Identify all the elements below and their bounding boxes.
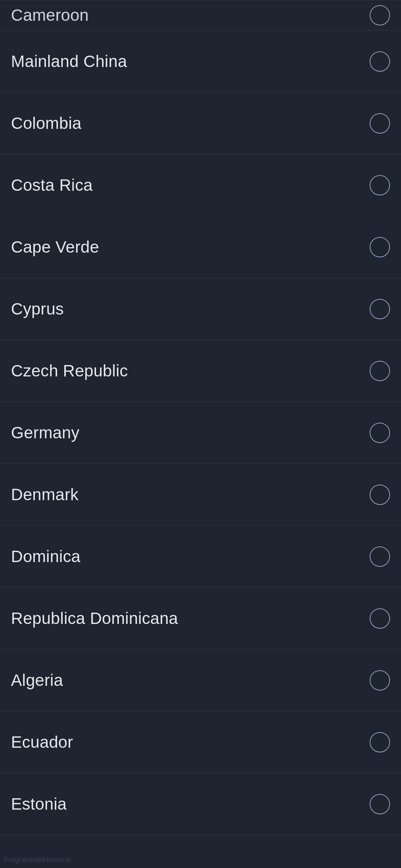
- list-item-colombia[interactable]: Colombia: [0, 92, 401, 154]
- list-item-estonia[interactable]: Estonia: [0, 773, 401, 835]
- country-label-cape-verde: Cape Verde: [11, 238, 99, 257]
- list-item-algeria[interactable]: Algeria: [0, 649, 401, 711]
- radio-cameroon[interactable]: [370, 5, 390, 25]
- radio-republica-dominicana[interactable]: [370, 608, 390, 629]
- list-item-mainland-china[interactable]: Mainland China: [0, 31, 401, 92]
- radio-algeria[interactable]: [370, 670, 390, 691]
- list-item-germany[interactable]: Germany: [0, 402, 401, 464]
- radio-cape-verde[interactable]: [370, 237, 390, 257]
- radio-cyprus[interactable]: [370, 299, 390, 319]
- list-item-cyprus[interactable]: Cyprus: [0, 278, 401, 340]
- country-label-czech-republic: Czech Republic: [11, 362, 128, 380]
- radio-czech-republic[interactable]: [370, 361, 390, 381]
- list-item-republica-dominicana[interactable]: Republica Dominicana: [0, 588, 401, 649]
- country-label-republica-dominicana: Republica Dominicana: [11, 609, 178, 628]
- radio-germany[interactable]: [370, 423, 390, 443]
- list-item-dominica[interactable]: Dominica: [0, 526, 401, 588]
- country-label-dominica: Dominica: [11, 547, 80, 566]
- country-label-costa-rica: Costa Rica: [11, 176, 93, 195]
- radio-mainland-china[interactable]: [370, 51, 390, 72]
- list-item-costa-rica[interactable]: Costa Rica: [0, 154, 401, 216]
- country-label-germany: Germany: [11, 423, 80, 442]
- country-label-mainland-china: Mainland China: [11, 52, 127, 71]
- country-label-algeria: Algeria: [11, 671, 63, 690]
- country-label-cameroon: Cameroon: [11, 6, 89, 25]
- radio-estonia[interactable]: [370, 794, 390, 814]
- list-item-ecuador[interactable]: Ecuador: [0, 711, 401, 773]
- radio-dominica[interactable]: [370, 546, 390, 567]
- list-item-cape-verde[interactable]: Cape Verde: [0, 216, 401, 278]
- radio-colombia[interactable]: [370, 113, 390, 134]
- country-list: CameroonMainland ChinaColombiaCosta Rica…: [0, 0, 401, 835]
- country-label-ecuador: Ecuador: [11, 733, 73, 752]
- country-label-estonia: Estonia: [11, 795, 67, 814]
- country-label-cyprus: Cyprus: [11, 300, 64, 318]
- radio-costa-rica[interactable]: [370, 175, 390, 195]
- list-item-czech-republic[interactable]: Czech Republic: [0, 340, 401, 402]
- list-item-cameroon[interactable]: Cameroon: [0, 0, 401, 31]
- list-item-denmark[interactable]: Denmark: [0, 464, 401, 526]
- country-label-colombia: Colombia: [11, 114, 82, 133]
- country-label-denmark: Denmark: [11, 485, 78, 504]
- radio-denmark[interactable]: [370, 485, 390, 505]
- watermark: ProgrammerHumor.io: [4, 856, 71, 864]
- radio-ecuador[interactable]: [370, 732, 390, 752]
